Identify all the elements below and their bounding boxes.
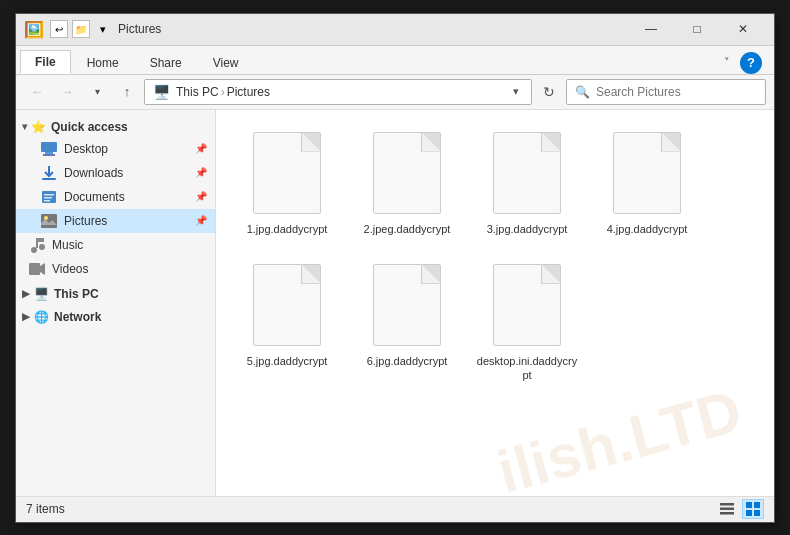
svg-rect-7 [44,200,50,202]
tab-file[interactable]: File [20,50,71,74]
svg-rect-20 [754,510,760,516]
file-icon-wrapper [367,128,447,218]
svg-point-12 [39,244,45,250]
thispc-label: This PC [54,287,99,301]
sidebar-item-downloads[interactable]: Downloads 📌 [16,161,215,185]
address-path[interactable]: 🖥️ This PC › Pictures ▾ [144,79,532,105]
sidebar-item-videos[interactable]: Videos [16,257,215,281]
path-thispc[interactable]: This PC [176,85,219,99]
file-icon [373,132,441,214]
search-box[interactable]: 🔍 [566,79,766,105]
search-input[interactable] [596,85,757,99]
svg-rect-16 [720,512,734,515]
search-icon: 🔍 [575,85,590,99]
up-button[interactable]: ↑ [114,79,140,105]
file-item[interactable]: 4.jpg.daddycrypt [592,120,702,242]
svg-rect-14 [720,503,734,506]
file-item[interactable]: desktop.ini.daddycrypt [472,252,582,389]
recent-locations-button[interactable]: ▾ [84,79,110,105]
qat-newfolder-button[interactable]: 📁 [72,20,90,38]
close-button[interactable]: ✕ [720,13,766,45]
svg-rect-18 [754,502,760,508]
sidebar-item-pictures[interactable]: Pictures 📌 [16,209,215,233]
svg-rect-0 [41,142,57,152]
sidebar-item-documents[interactable]: Documents 📌 [16,185,215,209]
grid-view-button[interactable] [742,499,764,519]
svg-rect-13 [29,263,40,275]
sidebar: ▾ ⭐ Quick access Desktop 📌 Downloads 📌 [16,110,216,496]
pictures-icon [40,212,58,230]
sidebar-videos-label: Videos [52,262,207,276]
ribbon-expand-button[interactable]: ˅ [718,54,736,71]
file-item[interactable]: 5.jpg.daddycrypt [232,252,342,389]
ribbon-extras: ˅ ? [718,52,770,74]
sidebar-section-quick-access[interactable]: ▾ ⭐ Quick access [16,114,215,137]
svg-rect-15 [720,508,734,511]
file-icon-wrapper [247,128,327,218]
file-name: desktop.ini.daddycrypt [476,354,578,383]
qat-dropdown-button[interactable]: ▾ [94,20,112,38]
window-title: Pictures [118,22,628,36]
pictures-pin-icon: 📌 [195,215,207,226]
view-controls [716,499,764,519]
main-layout: ▾ ⭐ Quick access Desktop 📌 Downloads 📌 [16,110,774,496]
svg-rect-2 [43,154,55,156]
file-icon-wrapper [607,128,687,218]
file-name: 6.jpg.daddycrypt [367,354,448,368]
app-icon: 🖼️ [24,19,44,39]
thispc-icon: 🖥️ [34,287,49,301]
quick-access-icon: ⭐ [31,120,46,134]
sidebar-section-thispc[interactable]: ▶ 🖥️ This PC [16,281,215,304]
downloads-pin-icon: 📌 [195,167,207,178]
file-name: 5.jpg.daddycrypt [247,354,328,368]
file-item[interactable]: 2.jpeg.daddycrypt [352,120,462,242]
minimize-button[interactable]: — [628,13,674,45]
svg-rect-1 [45,152,53,154]
svg-point-9 [44,216,48,220]
sidebar-section-network[interactable]: ▶ 🌐 Network [16,304,215,327]
refresh-button[interactable]: ↻ [536,79,562,105]
thispc-expand-icon: ▶ [22,288,30,299]
qat-undo-button[interactable]: ↩ [50,20,68,38]
svg-rect-11 [36,238,38,248]
maximize-button[interactable]: □ [674,13,720,45]
path-pictures[interactable]: Pictures [227,85,270,99]
sidebar-item-desktop[interactable]: Desktop 📌 [16,137,215,161]
desktop-pin-icon: 📌 [195,143,207,154]
tab-home[interactable]: Home [72,51,134,74]
item-count: 7 items [26,502,65,516]
sidebar-desktop-label: Desktop [64,142,191,156]
content-area: 1.jpg.daddycrypt 2.jpeg.daddycrypt 3.jpg… [216,110,774,496]
file-icon [613,132,681,214]
help-button[interactable]: ? [740,52,762,74]
sidebar-item-music[interactable]: Music [16,233,215,257]
quick-access-toolbar: ↩ 📁 ▾ [50,20,112,38]
file-name: 4.jpg.daddycrypt [607,222,688,236]
downloads-icon [40,164,58,182]
file-item[interactable]: 3.jpg.daddycrypt [472,120,582,242]
svg-rect-6 [44,197,52,199]
file-item[interactable]: 1.jpg.daddycrypt [232,120,342,242]
ribbon: File Home Share View ˅ ? [16,46,774,75]
tab-view[interactable]: View [198,51,254,74]
file-icon-wrapper [247,260,327,350]
svg-rect-19 [746,510,752,516]
back-button[interactable]: ← [24,79,50,105]
file-name: 1.jpg.daddycrypt [247,222,328,236]
explorer-window: 🖼️ ↩ 📁 ▾ Pictures — □ ✕ File Home Share … [15,13,775,523]
tab-share[interactable]: Share [135,51,197,74]
address-dropdown-button[interactable]: ▾ [509,85,523,98]
file-name: 3.jpg.daddycrypt [487,222,568,236]
documents-pin-icon: 📌 [195,191,207,202]
list-view-button[interactable] [716,499,738,519]
network-label: Network [54,310,101,324]
file-icon-wrapper [487,128,567,218]
ribbon-tab-bar: File Home Share View ˅ ? [16,46,774,74]
forward-button[interactable]: → [54,79,80,105]
file-item[interactable]: 6.jpg.daddycrypt [352,252,462,389]
svg-rect-3 [42,178,56,180]
window-controls: — □ ✕ [628,13,766,45]
file-icon [493,264,561,346]
status-bar: 7 items [16,496,774,522]
file-icon [493,132,561,214]
